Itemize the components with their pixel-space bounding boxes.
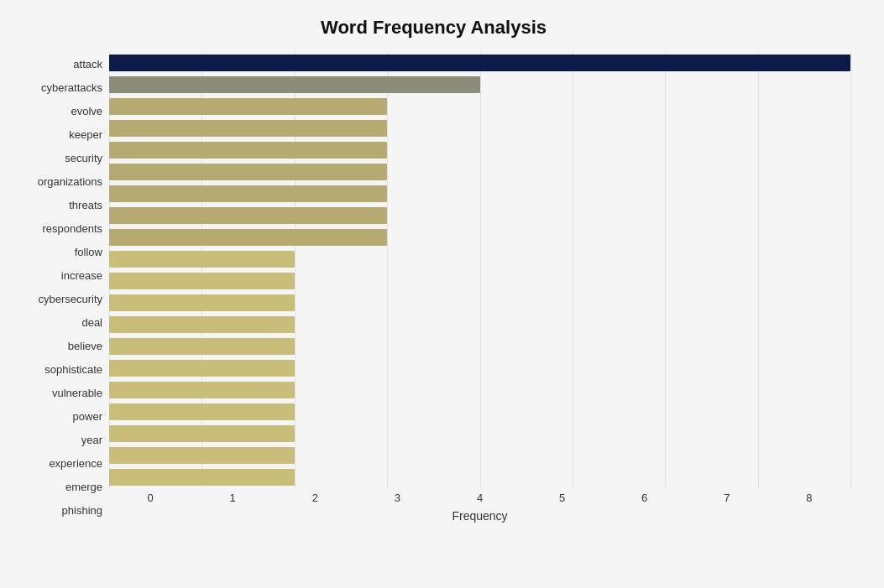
y-label: power bbox=[73, 406, 102, 428]
y-label: follow bbox=[75, 241, 102, 263]
bar-row bbox=[109, 96, 850, 117]
y-label: threats bbox=[69, 194, 102, 216]
bar-row bbox=[109, 357, 850, 379]
x-tick: 6 bbox=[604, 492, 686, 504]
bar bbox=[109, 425, 295, 442]
bar-row bbox=[109, 314, 850, 336]
y-label: believe bbox=[68, 336, 102, 357]
bar bbox=[109, 207, 387, 224]
bar-row bbox=[109, 117, 850, 139]
y-label: sophisticate bbox=[44, 359, 102, 381]
y-label: respondents bbox=[42, 217, 102, 239]
y-label: emerge bbox=[65, 476, 102, 498]
bar bbox=[109, 447, 295, 464]
bar bbox=[109, 229, 387, 246]
bar-row bbox=[109, 205, 850, 226]
bar bbox=[109, 403, 295, 420]
y-label: year bbox=[81, 429, 102, 451]
bar-row bbox=[109, 292, 850, 314]
bar bbox=[109, 382, 295, 398]
bar-row bbox=[109, 423, 850, 445]
bar-row bbox=[109, 248, 850, 270]
y-label: cybersecurity bbox=[38, 288, 102, 310]
bar bbox=[109, 273, 295, 289]
x-tick: 4 bbox=[438, 492, 520, 504]
bar-row bbox=[109, 52, 850, 74]
bar bbox=[109, 98, 387, 115]
chart-container: Word Frequency Analysis attackcyberattac… bbox=[0, 0, 884, 588]
bar bbox=[109, 469, 295, 486]
bar-row bbox=[109, 379, 850, 401]
bar bbox=[109, 120, 387, 137]
bar-row bbox=[109, 139, 850, 161]
grid-line bbox=[850, 52, 851, 488]
bar bbox=[109, 316, 295, 333]
x-tick: 1 bbox=[191, 492, 274, 504]
bar-row bbox=[109, 445, 850, 466]
y-label: experience bbox=[49, 453, 102, 475]
y-label: vulnerable bbox=[52, 382, 102, 404]
x-axis-label: Frequency bbox=[452, 509, 507, 523]
y-label: attack bbox=[73, 53, 102, 75]
bar bbox=[109, 76, 480, 93]
bar bbox=[109, 360, 295, 377]
bars-area bbox=[109, 52, 850, 488]
bar-row bbox=[109, 270, 850, 292]
y-axis: attackcyberattacksevolvekeepersecurityor… bbox=[17, 52, 109, 523]
y-label: organizations bbox=[38, 170, 102, 192]
bar bbox=[109, 142, 387, 159]
y-label: cyberattacks bbox=[41, 76, 102, 98]
y-label: increase bbox=[61, 264, 102, 286]
bar-row bbox=[109, 401, 850, 423]
y-label: deal bbox=[81, 312, 102, 334]
bar-row bbox=[109, 183, 850, 205]
bar bbox=[109, 185, 387, 202]
x-tick: 8 bbox=[768, 492, 850, 504]
y-label: evolve bbox=[71, 100, 102, 122]
bar bbox=[109, 55, 850, 71]
y-label: security bbox=[65, 147, 102, 169]
plot-area: 012345678 Frequency bbox=[109, 52, 850, 523]
bar bbox=[109, 338, 295, 355]
x-tick: 7 bbox=[686, 492, 768, 504]
chart-area: attackcyberattacksevolvekeepersecurityor… bbox=[17, 52, 850, 523]
bar-row bbox=[109, 161, 850, 183]
y-label: keeper bbox=[69, 123, 102, 145]
bar-row bbox=[109, 226, 850, 248]
chart-title: Word Frequency Analysis bbox=[17, 17, 850, 39]
x-tick: 0 bbox=[109, 492, 191, 504]
bar-row bbox=[109, 466, 850, 488]
x-tick: 2 bbox=[274, 492, 356, 504]
bar bbox=[109, 251, 295, 268]
bar-row bbox=[109, 336, 850, 357]
bar-row bbox=[109, 74, 850, 96]
bar bbox=[109, 294, 295, 311]
bar bbox=[109, 164, 387, 180]
y-label: phishing bbox=[62, 500, 102, 522]
x-tick: 3 bbox=[356, 492, 438, 504]
x-tick: 5 bbox=[521, 492, 604, 504]
x-axis: 012345678 Frequency bbox=[109, 488, 850, 523]
